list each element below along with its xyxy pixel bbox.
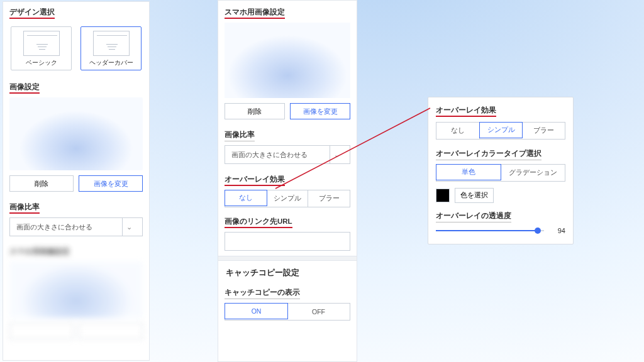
image-preview [225, 23, 350, 98]
delete-button[interactable]: 削除 [225, 103, 285, 119]
color-type-gradation[interactable]: グラデーション [501, 165, 565, 181]
color-swatch[interactable] [436, 189, 450, 202]
left-settings-panel: デザイン選択 ベーシック ヘッダーカバー 画像設定 削除 画像を変更 画像比率 … [3, 1, 150, 361]
overlay-detail-panel: オーバーレイ効果 なし シンプル ブラー オーバーレイカラータイプ選択 単色 グ… [428, 97, 574, 244]
overlay-seg-blur[interactable]: ブラー [308, 190, 350, 207]
toggle-off[interactable]: OFF [287, 304, 350, 320]
image-ratio-select[interactable]: 画面の大きさに合わせる ⌄ [225, 145, 350, 164]
browser-icon [23, 31, 60, 56]
design-tile-basic[interactable]: ベーシック [11, 26, 72, 70]
tile-label: ベーシック [11, 58, 71, 67]
opacity-value: 94 [550, 227, 565, 234]
overlay-seg-none[interactable]: なし [436, 123, 480, 139]
chevron-down-icon: ⌄ [122, 218, 136, 236]
delete-button[interactable]: 削除 [9, 175, 74, 192]
overlay-seg-simple[interactable]: シンプル [479, 122, 523, 138]
image-link-url-input[interactable] [225, 232, 350, 251]
overlay-color-type-title: オーバーレイカラータイプ選択 [436, 149, 541, 160]
blurred-button [9, 323, 74, 339]
toggle-on[interactable]: ON [225, 303, 288, 319]
catch-copy-show-title: キャッチコピーの表示 [225, 288, 300, 299]
image-link-url-title: 画像のリンク先URL [225, 217, 292, 228]
select-value: 画面の大きさに合わせる [16, 222, 92, 232]
overlay-effect-title: オーバーレイ効果 [225, 175, 285, 186]
design-select-title: デザイン選択 [9, 8, 55, 19]
middle-settings-panel: スマホ用画像設定 削除 画像を変更 画像比率 画面の大きさに合わせる ⌄ オーバ… [218, 0, 357, 362]
overlay-effect-segment: なし シンプル ブラー [436, 122, 565, 140]
change-image-button[interactable]: 画像を変更 [290, 103, 350, 119]
blurred-heading: スマホ用画像設定 [9, 247, 70, 258]
overlay-effect-title: オーバーレイ効果 [436, 106, 496, 117]
select-value: 画面の大きさに合わせる [231, 150, 308, 160]
image-preview-blurred [9, 261, 143, 318]
catch-copy-toggle: ON OFF [225, 303, 350, 321]
color-type-segment: 単色 グラデーション [436, 164, 565, 182]
section-divider [218, 256, 357, 261]
overlay-opacity-title: オーバーレイの透過度 [436, 211, 511, 222]
image-settings-title: 画像設定 [9, 82, 40, 94]
overlay-seg-simple[interactable]: シンプル [267, 190, 309, 207]
image-ratio-select[interactable]: 画面の大きさに合わせる ⌄ [9, 217, 143, 236]
change-image-button[interactable]: 画像を変更 [79, 175, 143, 192]
overlay-effect-segment: なし シンプル ブラー [225, 190, 350, 207]
smartphone-image-title: スマホ用画像設定 [225, 8, 285, 19]
image-ratio-title: 画像比率 [9, 202, 40, 214]
image-preview [9, 97, 143, 170]
chevron-down-icon: ⌄ [330, 146, 343, 163]
image-ratio-title: 画像比率 [225, 130, 255, 141]
overlay-seg-blur[interactable]: ブラー [522, 123, 565, 139]
color-select-button[interactable]: 色を選択 [455, 188, 494, 203]
tile-label: ヘッダーカバー [81, 58, 141, 67]
overlay-seg-none[interactable]: なし [225, 190, 267, 206]
browser-icon [93, 31, 130, 56]
color-type-solid[interactable]: 単色 [436, 164, 501, 180]
opacity-slider[interactable] [436, 226, 544, 235]
catch-copy-section-title: キャッチコピー設定 [218, 265, 357, 282]
blurred-button [79, 323, 143, 339]
design-tile-header-cover[interactable]: ヘッダーカバー [80, 26, 142, 70]
slider-thumb[interactable] [535, 228, 541, 234]
